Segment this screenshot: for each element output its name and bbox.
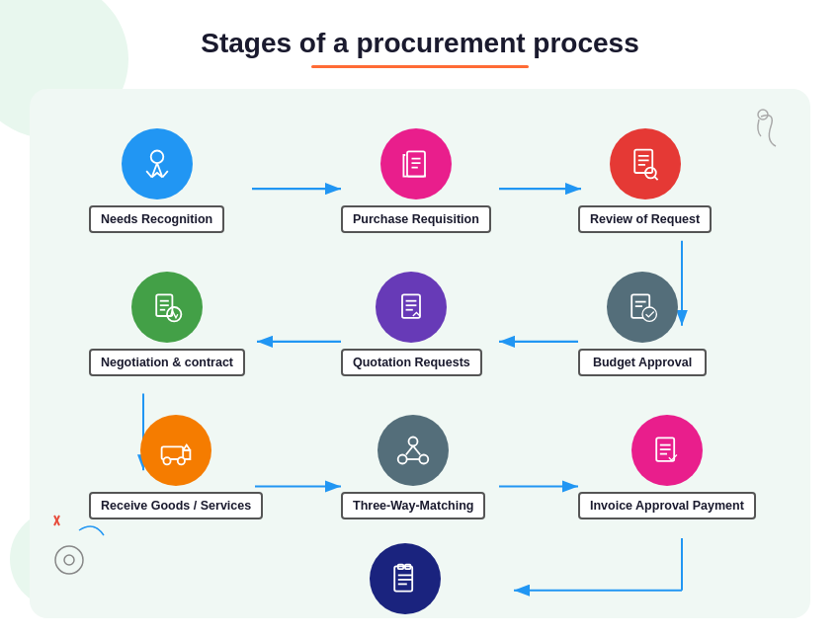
svg-point-45 xyxy=(398,455,407,464)
node-circle-record-keeping xyxy=(370,543,441,614)
node-label-three-way-matching: Three-Way-Matching xyxy=(341,492,485,519)
svg-rect-22 xyxy=(634,150,652,173)
node-record-keeping: Record Keeping xyxy=(341,543,469,618)
node-circle-budget-approval xyxy=(607,272,678,343)
svg-point-42 xyxy=(163,457,170,464)
svg-point-43 xyxy=(178,457,185,464)
svg-point-44 xyxy=(409,438,418,446)
svg-line-47 xyxy=(406,446,413,455)
node-label-purchase-requisition: Purchase Requisition xyxy=(341,205,491,233)
svg-point-46 xyxy=(420,455,429,464)
node-circle-negotiation-contract xyxy=(131,272,203,343)
page-title: Stages of a procurement process xyxy=(0,0,840,59)
node-label-review-of-request: Review of Request xyxy=(578,205,712,233)
node-label-quotation-requests: Quotation Requests xyxy=(341,349,482,376)
node-label-budget-approval: Budget Approval xyxy=(578,349,707,376)
node-circle-quotation-requests xyxy=(376,272,447,343)
node-review-of-request: Review of Request xyxy=(578,128,712,233)
node-circle-receive-goods xyxy=(140,415,211,486)
node-invoice-approval: Invoice Approval Payment xyxy=(578,415,756,519)
svg-point-17 xyxy=(150,151,163,164)
node-label-invoice-approval: Invoice Approval Payment xyxy=(578,492,756,519)
node-label-needs-recognition: Needs Recognition xyxy=(89,205,224,233)
diagram-container: Needs Recognition Purchase Requisition R… xyxy=(30,89,810,618)
node-negotiation-contract: Negotiation & contract xyxy=(89,272,245,376)
node-circle-needs-recognition xyxy=(122,128,193,199)
node-receive-goods: Receive Goods / Services xyxy=(89,415,263,519)
svg-point-40 xyxy=(642,307,656,321)
flow-grid: Needs Recognition Purchase Requisition R… xyxy=(30,89,810,618)
node-circle-three-way-matching xyxy=(378,415,449,486)
node-circle-review-of-request xyxy=(610,128,681,199)
node-circle-invoice-approval xyxy=(631,415,703,486)
node-needs-recognition: Needs Recognition xyxy=(89,128,224,233)
node-three-way-matching: Three-Way-Matching xyxy=(341,415,485,519)
node-quotation-requests: Quotation Requests xyxy=(341,272,482,376)
node-label-negotiation-contract: Negotiation & contract xyxy=(89,349,245,376)
svg-line-27 xyxy=(654,177,658,181)
svg-line-48 xyxy=(413,446,420,455)
node-circle-purchase-requisition xyxy=(380,128,452,199)
title-underline xyxy=(311,65,529,68)
node-budget-approval: Budget Approval xyxy=(578,272,707,376)
node-label-receive-goods: Receive Goods / Services xyxy=(89,492,263,519)
node-purchase-requisition: Purchase Requisition xyxy=(341,128,491,233)
